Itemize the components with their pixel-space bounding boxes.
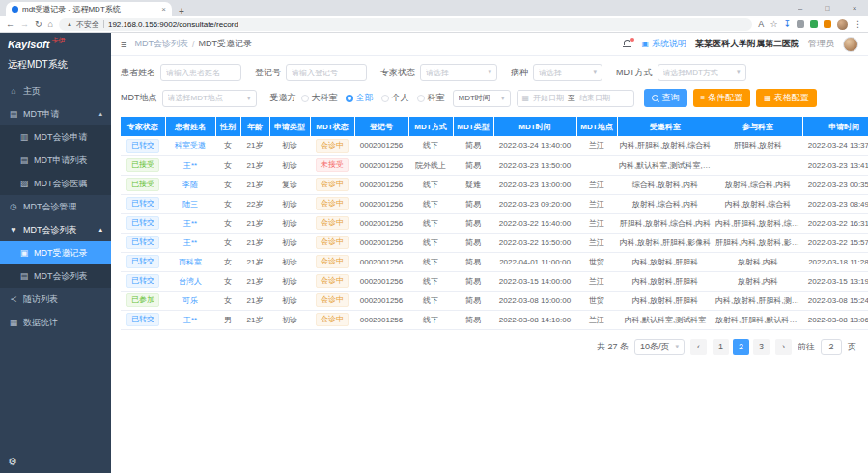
mdt-time-select[interactable]: MDT时间 ▾ (453, 90, 511, 107)
sidebar-item-home[interactable]: ⌂ 主页 (0, 79, 111, 102)
sidebar-item-mdt-consult-list[interactable]: ▤ MDT会诊列表 (0, 264, 111, 288)
browser-profile-avatar[interactable] (837, 19, 848, 30)
expert-status-select[interactable]: 请选择 ▾ (420, 64, 497, 81)
patient-name-link[interactable]: 陆三 (182, 200, 198, 209)
user-avatar[interactable] (843, 37, 858, 52)
page-button-2[interactable]: 2 (733, 339, 749, 355)
hamburger-menu-icon[interactable]: ≡ (121, 39, 126, 50)
expert-status-cell: 已转交 (121, 194, 165, 213)
sidebar-item-label: MDT会诊管理 (23, 201, 77, 213)
sidebar-item-mdt-orders[interactable]: ▨ MDT会诊医嘱 (0, 172, 111, 195)
sidebar-item-mdt-apply-list[interactable]: ▤ MDT申请列表 (0, 149, 111, 172)
column-header: MDT方式 (408, 117, 453, 136)
patient-name-link[interactable]: 而科室 (179, 258, 202, 266)
new-tab-button[interactable]: + (174, 6, 189, 16)
search-button[interactable]: 查询 (644, 89, 687, 107)
sidebar-group-mdt-apply[interactable]: ▤ MDT申请 ▴ (0, 102, 111, 125)
mdt-place-cell: 世贸 (576, 252, 617, 271)
settings-gear-icon[interactable]: ⚙ (8, 456, 17, 468)
mdt-type-cell: 简易 (453, 233, 493, 252)
apply-type-cell: 初诊 (269, 310, 310, 329)
sidebar-item-mdt-consult-apply[interactable]: ▥ MDT会诊申请 (0, 125, 111, 149)
patient-name-link[interactable]: 王** (183, 316, 197, 324)
patient-name-link[interactable]: 可乐 (182, 296, 198, 305)
refresh-icon[interactable]: ↻ (35, 19, 42, 29)
window-minimize-button[interactable]: – (787, 0, 814, 16)
translate-icon[interactable]: A (758, 19, 764, 29)
invited-depts-cell: 放射科,综合科,内科 (617, 194, 714, 213)
page-button-3[interactable]: 3 (753, 339, 770, 355)
browser-menu-icon[interactable]: ⋮ (854, 19, 862, 29)
address-bar[interactable]: ▲ 不安全 192.168.0.156:9002/consultate/reco… (59, 18, 752, 31)
patient-name-link[interactable]: 李随 (182, 181, 198, 189)
radio-big-dept[interactable]: 大科室 (301, 92, 338, 104)
mdt-status-cell: 会诊中 (310, 252, 354, 271)
mdt-way-select[interactable]: 请选择MDT方式 ▾ (658, 64, 746, 81)
window-close-button[interactable]: × (841, 0, 868, 16)
radio-dept[interactable]: 科室 (417, 92, 445, 104)
expert-status-tag: 已接受 (126, 178, 159, 191)
sidebar-item-followup-list[interactable]: ≺ 随访列表 (0, 288, 111, 311)
table-row: 已接受李随女21岁复诊会诊中0002001256线下疑难2022-03-23 1… (121, 175, 868, 194)
expert-status-cell: 已转交 (121, 233, 165, 252)
bookmark-star-icon[interactable]: ☆ (770, 19, 777, 29)
extension-icon[interactable] (810, 20, 818, 28)
table-config-button[interactable]: ▦ 表格配置 (756, 89, 817, 107)
column-header: 患者姓名 (165, 117, 215, 136)
forward-icon[interactable]: → (20, 19, 29, 29)
condition-config-button[interactable]: ≡ 条件配置 (693, 89, 751, 107)
page-button-1[interactable]: 1 (713, 339, 729, 355)
patient-name-link[interactable]: 王** (183, 219, 197, 228)
next-page-button[interactable]: › (775, 339, 792, 355)
radio-personal[interactable]: 个人 (381, 92, 409, 104)
hospital-name: 某某医科大学附属第二医院 (695, 38, 799, 50)
reg-no-cell: 0002001256 (354, 155, 408, 175)
patient-name-input[interactable] (160, 64, 241, 81)
chevron-down-icon: ▾ (593, 69, 597, 76)
prev-page-button[interactable]: ‹ (690, 339, 707, 355)
home-icon[interactable]: ⌂ (48, 19, 53, 29)
notification-bell-icon[interactable] (623, 40, 632, 49)
system-help-link[interactable]: ▣ 系统说明 (641, 38, 686, 50)
reg-no-input[interactable] (286, 64, 367, 81)
mdt-type-cell: 简易 (453, 155, 493, 175)
clock-icon: ◷ (9, 202, 18, 211)
window-maximize-button[interactable]: □ (814, 0, 841, 16)
sidebar-group-mdt-consult-list[interactable]: ♥ MDT会诊列表 ▴ (0, 218, 111, 241)
pagination: 共 27 条 10条/页 ▾ ‹ 123 › 前往 页 (111, 330, 868, 364)
back-icon[interactable]: ← (6, 19, 14, 29)
goto-page-input[interactable] (821, 339, 842, 355)
patient-name-link[interactable]: 台湾人 (179, 277, 202, 286)
extension-icon[interactable] (824, 20, 831, 28)
radio-dot (417, 95, 425, 102)
records-table: 专家状态患者姓名性别年龄申请类型MDT状态登记号MDT方式MDT类型MDT时间M… (121, 117, 868, 330)
apply-time-cell: 2022-03-22 16:31:36 (802, 213, 868, 233)
reg-no-cell: 0002001256 (354, 271, 408, 291)
tab-close-icon[interactable]: × (161, 5, 166, 14)
mdt-place-select[interactable]: 请选择MDT地点 ▾ (162, 90, 257, 107)
patient-name-link[interactable]: 王** (183, 161, 197, 170)
browser-tab[interactable]: mdt受邀记录 - 远程MDT系统 × (6, 2, 172, 16)
page-size-select[interactable]: 10条/页 ▾ (634, 339, 685, 355)
reg-no-cell: 0002001256 (354, 233, 408, 252)
table-row: 已参加可乐女21岁初诊会诊中0002001256线下简易2022-03-08 1… (121, 291, 868, 310)
download-icon[interactable]: ↧ (783, 19, 791, 29)
patient-name-link[interactable]: 科室受邀 (175, 141, 206, 150)
search-button-label: 查询 (662, 92, 680, 104)
mdt-time-cell: 2022-03-22 16:40:00 (493, 213, 576, 233)
sidebar-item-mdt-manage[interactable]: ◷ MDT会诊管理 (0, 195, 111, 218)
patient-name-cell: 科室受邀 (165, 136, 215, 155)
sidebar-item-statistics[interactable]: ▦ 数据统计 (0, 311, 111, 334)
mdt-type-cell: 简易 (453, 194, 493, 213)
radio-all[interactable]: 全部 (346, 92, 374, 104)
sublist-icon: ▤ (19, 271, 29, 281)
patient-name-link[interactable]: 王** (183, 238, 197, 247)
date-range-picker[interactable]: ▦ 开始日期 至 结束日期 (517, 90, 634, 107)
sidebar-item-mdt-invited-records[interactable]: ▣ MDT受邀记录 (0, 241, 111, 264)
disease-select[interactable]: 请选择 ▾ (533, 64, 602, 81)
mdt-way-cell: 线下 (408, 175, 453, 194)
extension-icon[interactable] (797, 20, 804, 28)
chevron-up-icon: ▴ (98, 110, 102, 118)
invited-depts-cell: 内科,肝胆科,放射科,综合科 (617, 136, 714, 155)
sidebar-item-label: 主页 (23, 85, 41, 97)
